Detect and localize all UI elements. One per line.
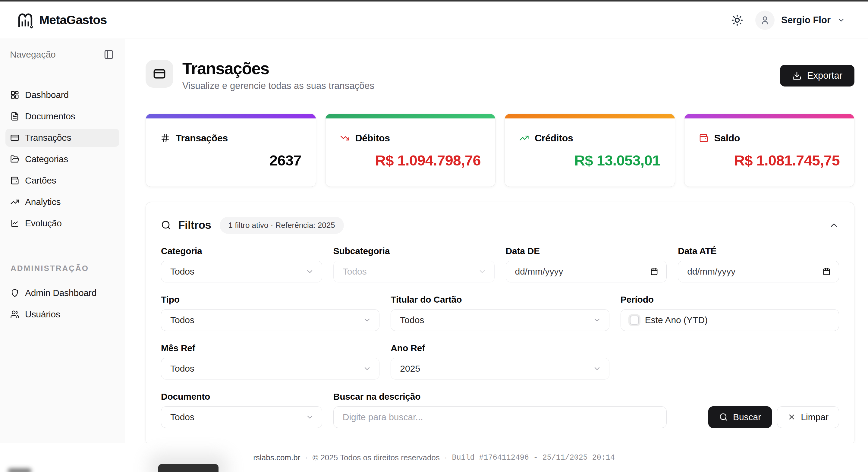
periodo-label: Período xyxy=(621,294,839,305)
data-ate-input[interactable]: dd/mm/yyyy xyxy=(678,261,839,282)
credit-card-icon xyxy=(10,133,19,142)
ytd-checkbox[interactable] xyxy=(630,316,639,325)
chevron-down-icon xyxy=(478,268,487,276)
buscar-button[interactable]: Buscar xyxy=(708,406,772,428)
subcategoria-label: Subcategoria xyxy=(333,246,495,256)
sidebar-item-admin-dashboard[interactable]: Admin Dashboard xyxy=(5,284,119,302)
sidebar-item-categorias[interactable]: Categorias xyxy=(5,150,119,168)
wallet-icon xyxy=(10,176,19,185)
page-title: Transações xyxy=(182,60,374,77)
card-transacoes: Transações 2637 xyxy=(146,114,316,187)
trending-up-icon xyxy=(10,197,19,207)
card-label: Débitos xyxy=(355,133,390,144)
folder-open-icon xyxy=(10,155,19,164)
chevron-up-icon xyxy=(829,220,839,230)
sidebar-collapse-button[interactable] xyxy=(104,50,114,60)
card-saldo: Saldo R$ 1.081.745,75 xyxy=(684,114,855,187)
titular-label: Titular do Cartão xyxy=(391,294,609,305)
user-icon xyxy=(760,15,770,25)
mes-ref-label: Mês Ref xyxy=(161,343,379,353)
sidebar-section-label: Navegação xyxy=(10,50,56,60)
sidebar-item-usuarios[interactable]: Usuários xyxy=(5,305,119,323)
documento-select[interactable]: Todos xyxy=(161,406,322,428)
card-label: Saldo xyxy=(714,133,740,144)
user-name: Sergio Flor xyxy=(781,15,831,26)
download-icon xyxy=(792,71,802,81)
card-value: R$ 13.053,01 xyxy=(519,152,660,169)
limpar-button[interactable]: Limpar xyxy=(777,406,839,428)
theme-toggle-button[interactable] xyxy=(731,14,743,26)
metagastos-logo-icon xyxy=(17,12,34,29)
users-icon xyxy=(10,310,19,319)
active-filters-badge: 1 filtro ativo · Referência: 2025 xyxy=(220,217,344,234)
footer-site-link[interactable]: rslabs.com.br xyxy=(253,453,300,462)
mes-ref-select[interactable]: Todos xyxy=(161,358,379,379)
chevron-down-icon xyxy=(363,365,371,373)
chevron-down-icon xyxy=(593,365,601,373)
hash-icon xyxy=(160,133,170,143)
ano-ref-label: Ano Ref xyxy=(391,343,609,353)
sidebar-item-transacoes[interactable]: Transações xyxy=(5,129,119,147)
credit-card-icon xyxy=(153,67,166,81)
data-ate-label: Data ATÉ xyxy=(678,246,839,256)
sidebar-item-analytics[interactable]: Analytics xyxy=(5,193,119,211)
sidebar-item-dashboard[interactable]: Dashboard xyxy=(5,86,119,104)
export-button[interactable]: Exportar xyxy=(780,65,855,87)
page-icon-container xyxy=(146,60,173,88)
busca-label: Buscar na descrição xyxy=(333,391,667,402)
trending-down-icon xyxy=(340,133,350,143)
panel-left-icon xyxy=(104,50,114,60)
app-header: MetaGastos Sergio Flor xyxy=(0,1,868,39)
bottom-corner-artifact xyxy=(8,468,31,472)
filters-collapse-button[interactable] xyxy=(829,220,839,230)
chevron-down-icon xyxy=(306,268,314,276)
search-icon xyxy=(719,413,728,421)
sidebar-item-cartoes[interactable]: Cartões xyxy=(5,171,119,190)
ytd-checkbox-label: Este Ano (YTD) xyxy=(645,315,708,325)
subcategoria-select: Todos xyxy=(333,261,495,282)
sidebar-nav: Dashboard Documentos Transações xyxy=(5,86,119,232)
card-label: Créditos xyxy=(535,133,573,144)
shield-icon xyxy=(10,288,19,297)
filters-title: Filtros xyxy=(178,219,211,231)
card-accent-bar xyxy=(684,114,855,119)
ano-ref-select[interactable]: 2025 xyxy=(391,358,609,379)
search-description-input[interactable] xyxy=(333,406,667,428)
calendar-icon xyxy=(650,267,658,276)
categoria-select[interactable]: Todos xyxy=(161,261,322,282)
periodo-ytd-checkbox-field[interactable]: Este Ano (YTD) xyxy=(621,309,839,331)
chevron-down-icon xyxy=(306,413,314,421)
brand-name: MetaGastos xyxy=(39,13,107,27)
card-creditos: Créditos R$ 13.053,01 xyxy=(504,114,675,187)
document-icon xyxy=(10,112,19,121)
calendar-icon xyxy=(822,267,831,276)
wallet-icon xyxy=(699,133,709,143)
data-de-input[interactable]: dd/mm/yyyy xyxy=(506,261,667,282)
card-debitos: Débitos R$ 1.094.798,76 xyxy=(325,114,496,187)
bottom-overlay-artifact xyxy=(158,464,218,472)
sidebar-item-documentos[interactable]: Documentos xyxy=(5,107,119,125)
card-value: R$ 1.094.798,76 xyxy=(340,152,481,169)
brand[interactable]: MetaGastos xyxy=(17,12,107,29)
card-accent-bar xyxy=(146,114,316,119)
tipo-select[interactable]: Todos xyxy=(161,309,379,331)
x-icon xyxy=(787,413,796,421)
documento-label: Documento xyxy=(161,391,322,402)
user-menu[interactable]: Sergio Flor xyxy=(755,10,845,30)
sidebar-admin-nav: Admin Dashboard Usuários xyxy=(5,284,119,323)
sidebar-item-evolucao[interactable]: Evolução xyxy=(5,214,119,232)
sidebar: Navegação Dashboard xyxy=(0,39,125,443)
chevron-down-icon xyxy=(593,316,601,324)
data-de-label: Data DE xyxy=(506,246,667,256)
chart-line-icon xyxy=(10,219,19,228)
tipo-label: Tipo xyxy=(161,294,379,305)
dashboard-grid-icon xyxy=(10,90,19,99)
admin-section-label: ADMINISTRAÇÃO xyxy=(10,264,119,273)
filters-panel: Filtros 1 filtro ativo · Referência: 202… xyxy=(146,202,855,445)
card-accent-bar xyxy=(505,114,675,119)
titular-select[interactable]: Todos xyxy=(391,309,609,331)
card-accent-bar xyxy=(326,114,495,119)
card-label: Transações xyxy=(176,133,228,144)
main-content: Transações Visualize e gerencie todas as… xyxy=(125,39,868,443)
categoria-label: Categoria xyxy=(161,246,322,256)
